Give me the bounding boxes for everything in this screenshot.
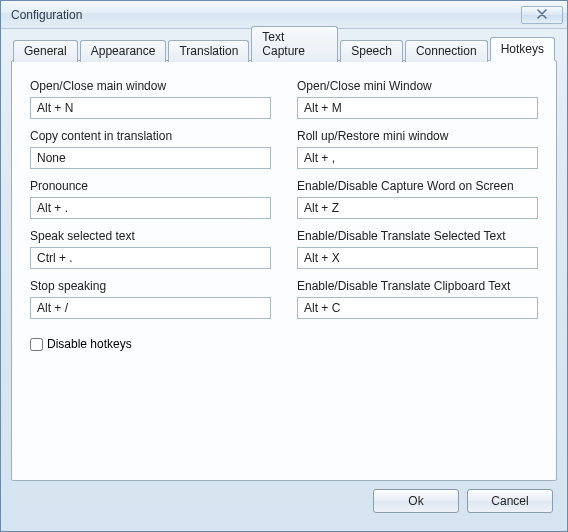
close-icon: [536, 8, 548, 22]
field-trans-selected: Enable/Disable Translate Selected Text: [297, 229, 538, 269]
label-trans-clipboard: Enable/Disable Translate Clipboard Text: [297, 279, 538, 293]
ok-button[interactable]: Ok: [373, 489, 459, 513]
input-rollup-mini[interactable]: [297, 147, 538, 169]
disable-hotkeys-row: Disable hotkeys: [30, 337, 538, 351]
tabstrip: General Appearance Translation Text Capt…: [11, 37, 557, 61]
tab-connection[interactable]: Connection: [405, 40, 488, 62]
label-open-main: Open/Close main window: [30, 79, 271, 93]
field-rollup-mini: Roll up/Restore mini window: [297, 129, 538, 169]
input-trans-selected[interactable]: [297, 247, 538, 269]
titlebar: Configuration: [1, 1, 567, 29]
label-copy-translation: Copy content in translation: [30, 129, 271, 143]
field-open-mini: Open/Close mini Window: [297, 79, 538, 119]
cancel-button[interactable]: Cancel: [467, 489, 553, 513]
tab-textcapture[interactable]: Text Capture: [251, 26, 338, 62]
label-capture-screen: Enable/Disable Capture Word on Screen: [297, 179, 538, 193]
tab-translation[interactable]: Translation: [168, 40, 249, 62]
config-window: Configuration General Appearance Transla…: [0, 0, 568, 532]
tabpage-hotkeys: Open/Close main window Open/Close mini W…: [11, 60, 557, 481]
disable-hotkeys-checkbox[interactable]: [30, 338, 43, 351]
field-capture-screen: Enable/Disable Capture Word on Screen: [297, 179, 538, 219]
field-pronounce: Pronounce: [30, 179, 271, 219]
input-capture-screen[interactable]: [297, 197, 538, 219]
client-area: General Appearance Translation Text Capt…: [1, 29, 567, 531]
close-button[interactable]: [521, 6, 563, 24]
hotkey-grid: Open/Close main window Open/Close mini W…: [30, 79, 538, 319]
disable-hotkeys-label: Disable hotkeys: [47, 337, 132, 351]
label-open-mini: Open/Close mini Window: [297, 79, 538, 93]
input-pronounce[interactable]: [30, 197, 271, 219]
input-open-mini[interactable]: [297, 97, 538, 119]
tab-general[interactable]: General: [13, 40, 78, 62]
input-stop-speaking[interactable]: [30, 297, 271, 319]
tab-appearance[interactable]: Appearance: [80, 40, 167, 62]
label-rollup-mini: Roll up/Restore mini window: [297, 129, 538, 143]
label-stop-speaking: Stop speaking: [30, 279, 271, 293]
window-title: Configuration: [11, 8, 521, 22]
input-open-main[interactable]: [30, 97, 271, 119]
input-speak-selected[interactable]: [30, 247, 271, 269]
input-copy-translation[interactable]: [30, 147, 271, 169]
field-trans-clipboard: Enable/Disable Translate Clipboard Text: [297, 279, 538, 319]
dialog-button-row: Ok Cancel: [11, 481, 557, 521]
field-speak-selected: Speak selected text: [30, 229, 271, 269]
tab-hotkeys[interactable]: Hotkeys: [490, 37, 555, 61]
input-trans-clipboard[interactable]: [297, 297, 538, 319]
field-stop-speaking: Stop speaking: [30, 279, 271, 319]
label-trans-selected: Enable/Disable Translate Selected Text: [297, 229, 538, 243]
tab-speech[interactable]: Speech: [340, 40, 403, 62]
field-copy-translation: Copy content in translation: [30, 129, 271, 169]
label-speak-selected: Speak selected text: [30, 229, 271, 243]
field-open-main: Open/Close main window: [30, 79, 271, 119]
label-pronounce: Pronounce: [30, 179, 271, 193]
